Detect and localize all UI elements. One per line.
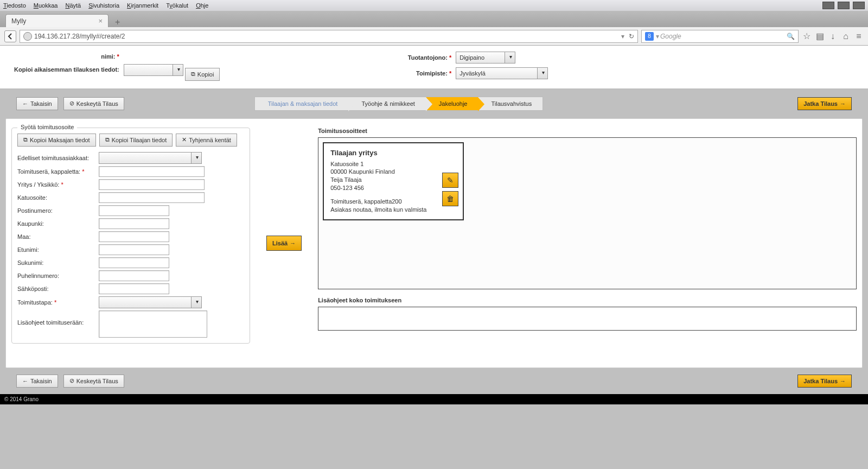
postinumero-input[interactable] [99,205,169,216]
lisaohjeet-koko-textarea[interactable] [318,307,857,331]
delivery-fieldset: Syötä toimitusosoite ⧉ Kopioi Maksajan t… [11,128,250,344]
katuosoite-label: Katuosoite: [17,194,99,201]
search-icon[interactable]: 🔍 [787,33,795,40]
tab-title: Mylly [11,17,26,25]
delete-address-button[interactable]: 🗑 [442,191,458,206]
menu-edit[interactable]: Muokkaa [34,2,58,9]
footer-text: © 2014 Grano [4,396,39,402]
order-header: nimi: * Kopioi aikaisemman tilauksen tie… [0,46,868,89]
cancel-order-button-bottom[interactable]: ⊘ Keskeytä Tilaus [63,375,124,388]
addresses-container: Tilaajan yritys Katuosoite 1 00000 Kaupu… [318,137,857,289]
bookmark-star-icon[interactable]: ☆ [802,31,812,41]
address-line: Teija Tilaaja [330,176,456,184]
toimitustapa-label: Toimitustapa: * [17,299,99,306]
sahkoposti-input[interactable] [99,283,169,294]
toimitusera-label: Toimituserä, kappaletta: * [17,168,99,175]
kopioi-button[interactable]: ⧉ Kopioi [185,68,220,81]
continue-button-bottom[interactable]: Jatka Tilaus → [797,375,852,388]
menu-history[interactable]: Sivuhistoria [88,2,119,9]
lisaohjeet-era-label: Lisäohjeet toimituserään: [17,310,99,326]
arrow-left-icon: ← [22,100,28,107]
tab-close-icon[interactable]: × [98,17,103,25]
puhelin-input[interactable] [99,270,169,281]
postinumero-label: Postinumero: [17,207,99,214]
downloads-icon[interactable]: ↓ [828,31,838,41]
lisaohjeet-era-textarea[interactable] [99,310,207,338]
cancel-order-button-top[interactable]: ⊘ Keskeytä Tilaus [63,97,124,110]
hamburger-icon[interactable]: ≡ [854,31,864,41]
window-maximize-icon[interactable] [838,2,850,9]
kaupunki-input[interactable] [99,218,169,229]
back-button-top[interactable]: ← Takaisin [16,97,58,110]
window-minimize-icon[interactable] [822,2,834,9]
google-icon: 8 [645,32,654,41]
toimitustapa-select[interactable] [99,296,202,308]
address-card: Tilaajan yritys Katuosoite 1 00000 Kaupu… [323,142,464,220]
menu-help[interactable]: Ohje [196,2,208,9]
back-button-bottom[interactable]: ← Takaisin [16,375,58,388]
copy-icon: ⧉ [105,136,110,143]
etunimi-label: Etunimi: [17,246,99,253]
etunimi-input[interactable] [99,244,169,255]
wizard-step-1[interactable]: Tilaajan & maksajan tiedot [254,97,349,111]
lisaa-button[interactable]: Lisää → [266,236,302,251]
address-line: Katuosoite 1 [330,160,456,168]
reload-icon[interactable]: ↻ [629,33,634,40]
left-header-fields: nimi: * Kopioi aikaisemman tilauksen tie… [13,49,385,82]
toimipiste-select[interactable]: Jyväskylä [456,67,548,79]
nimi-label: nimi: [101,53,115,60]
katuosoite-input[interactable] [99,192,205,203]
page-footer: © 2014 Grano [0,394,868,404]
url-dropdown-icon[interactable]: ▾ [621,33,624,40]
puhelin-label: Puhelinnumero: [17,272,99,279]
toimipiste-label: Toimipiste: [416,70,448,77]
trash-icon: 🗑 [446,194,454,203]
browser-tab[interactable]: Mylly × [5,14,108,27]
nav-back-button[interactable] [4,30,16,42]
tyhjenna-button[interactable]: ✕ Tyhjennä kentät [176,134,237,147]
wizard-steps: Tilaajan & maksajan tiedot Työohje & nim… [254,97,543,111]
kopioi-tilaajan-button[interactable]: ⧉ Kopioi Tilaajan tiedot [99,134,173,147]
action-row-bottom: ← Takaisin ⊘ Keskeytä Tilaus Jatka Tilau… [0,368,868,394]
toimitusera-input[interactable] [99,166,205,177]
address-line: Toimituserä, kappaletta200 [330,198,456,206]
kopioi-maksajan-button[interactable]: ⧉ Kopioi Maksajan tiedot [17,134,96,147]
maa-input[interactable] [99,231,169,242]
search-bar[interactable]: 8 ▾ Google 🔍 [641,30,799,43]
new-tab-button[interactable]: + [112,17,123,27]
home-icon[interactable]: ⌂ [841,31,851,41]
url-text: 194.136.217.28/mylly#/create/2 [34,33,125,40]
copy-icon: ⧉ [23,136,28,143]
globe-icon [23,32,32,41]
menu-view[interactable]: Näytä [65,2,81,9]
library-icon[interactable]: ▤ [815,31,825,41]
yritys-label: Yritys / Yksikkö: * [17,181,99,188]
wizard-step-3[interactable]: Jakeluohje [426,97,478,111]
window-close-icon[interactable] [853,2,865,9]
sukunimi-input[interactable] [99,257,169,268]
page-content: nimi: * Kopioi aikaisemman tilauksen tie… [0,46,868,404]
address-line: 050-123 456 [330,184,456,192]
action-row-top: ← Takaisin ⊘ Keskeytä Tilaus Tilaajan & … [0,89,868,118]
cancel-icon: ⊘ [69,377,74,384]
delivery-form-column: Syötä toimitusosoite ⧉ Kopioi Maksajan t… [11,128,250,359]
yritys-input[interactable] [99,179,205,190]
edelliset-select[interactable] [99,152,202,164]
wizard-step-2[interactable]: Työohje & nimikkeet [348,97,425,111]
clear-icon: ✕ [182,136,187,143]
tuotantojono-select[interactable]: Digipaino [456,52,515,64]
arrow-right-icon: → [840,100,846,107]
copy-icon: ⧉ [191,71,195,78]
url-bar[interactable]: 194.136.217.28/mylly#/create/2 ▾ ↻ [20,30,638,43]
continue-button-top[interactable]: Jatka Tilaus → [797,97,852,110]
lisaohjeet-koko-title: Lisäohjeet koko toimitukseen [318,297,857,303]
wizard-step-4[interactable]: Tilausvahvistus [478,97,543,111]
pencil-icon: ✎ [447,176,454,185]
menu-file[interactable]: Tiedosto [3,2,26,9]
edit-address-button[interactable]: ✎ [442,173,458,188]
menu-tools[interactable]: Työkalut [166,2,188,9]
menu-bookmarks[interactable]: Kirjanmerkit [127,2,158,9]
arrow-right-icon: → [290,240,296,246]
kopioi-aik-select[interactable] [124,64,183,76]
arrow-right-icon: → [840,378,846,384]
